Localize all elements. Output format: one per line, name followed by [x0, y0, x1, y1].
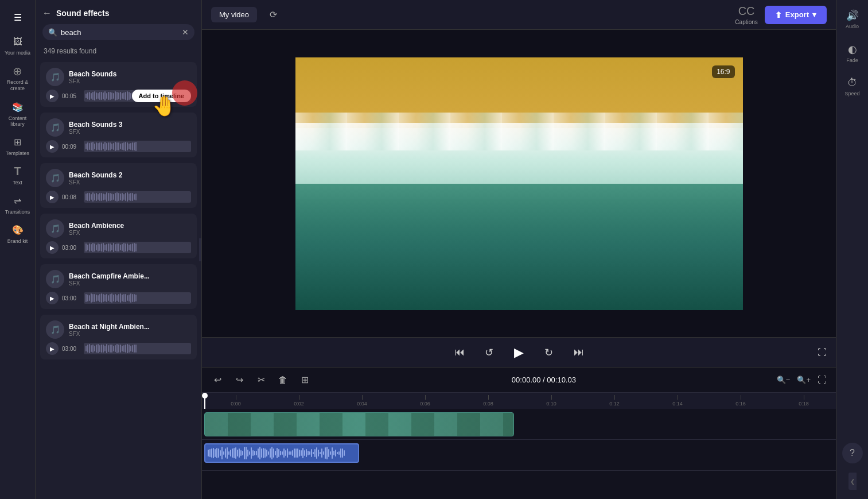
sound-item: 🎵 Beach Sounds 3 SFX ▶ 00:09 [40, 113, 197, 157]
sound-info: Beach at Night Ambien... SFX [69, 323, 191, 337]
play-button[interactable]: ▶ [46, 90, 59, 102]
undo-button[interactable]: ↩ [209, 372, 226, 389]
video-frame: 16:9 [295, 57, 743, 310]
captions-button[interactable]: CC Captions [735, 5, 757, 25]
sidebar-item-your-media[interactable]: 🖼 Your media [2, 32, 34, 59]
sound-item: 🎵 Beach Sounds SFX ▶ 00:05 🤚 Add to time… [40, 62, 197, 107]
help-button[interactable]: ? [842, 443, 863, 463]
play-pause-button[interactable]: ▶ [509, 342, 530, 363]
ruler-marks: 0:00 0:02 0:04 0:06 0:08 0:10 0:12 0:14 … [204, 395, 835, 407]
text-icon: T [11, 165, 24, 178]
ruler-mark: 0:10 [520, 395, 583, 407]
clear-search-button[interactable]: ✕ [182, 28, 189, 37]
sidebar-item-label: Your media [5, 50, 30, 56]
sound-name: Beach Campfire Ambie... [69, 272, 191, 280]
play-button[interactable]: ▶ [46, 241, 59, 254]
delete-button[interactable]: 🗑 [274, 372, 291, 389]
brand-kit-icon: 🎨 [11, 224, 24, 237]
timeline-ruler: 0:00 0:02 0:04 0:06 0:08 0:10 0:12 0:14 … [202, 393, 836, 409]
refresh-button[interactable]: ⟳ [264, 6, 282, 24]
waveform-bars [84, 343, 191, 354]
play-button[interactable]: ▶ [46, 140, 59, 153]
wave-foam [295, 113, 743, 150]
sound-controls: ▶ 00:09 [46, 140, 191, 153]
sidebar-item-label: Record &create [7, 79, 29, 92]
fullscreen-button[interactable]: ⛶ [818, 347, 827, 358]
search-input[interactable] [61, 28, 178, 37]
fast-forward-button[interactable]: ↻ [539, 342, 559, 363]
waveform [84, 191, 191, 203]
audio-clip[interactable] [204, 443, 359, 463]
sidebar-item-text[interactable]: T Text [2, 162, 34, 189]
add-media-button[interactable]: ⊞ [296, 372, 313, 389]
rewind-button[interactable]: ↺ [479, 342, 500, 363]
sidebar-item-record-create[interactable]: ⊕ Record &create [2, 61, 34, 95]
fade-panel-item[interactable]: ◐ Fade [838, 38, 867, 68]
sound-item: 🎵 Beach Campfire Ambie... SFX ▶ 03:00 [40, 264, 197, 309]
video-preview-area: 16:9 [202, 30, 836, 337]
sidebar-item-label: Transitions [5, 209, 30, 215]
cut-button[interactable]: ✂ [252, 372, 270, 389]
zoom-in-button[interactable]: 🔍+ [795, 373, 813, 386]
sound-item: 🎵 Beach at Night Ambien... SFX ▶ 03:00 [40, 315, 197, 359]
results-count: 349 results found [36, 45, 201, 60]
play-button[interactable]: ▶ [46, 292, 59, 304]
sidebar-item-brand-kit[interactable]: 🎨 Brand kit [2, 221, 34, 247]
content-library-icon: 📚 [11, 101, 24, 114]
my-video-tab[interactable]: My video [211, 7, 257, 22]
sound-controls: ▶ 03:00 [46, 241, 191, 254]
timeline-tracks [202, 409, 836, 499]
ruler-mark: 0:18 [772, 395, 835, 407]
play-button[interactable]: ▶ [46, 342, 59, 355]
sidebar-item-label: Brand kit [7, 238, 28, 244]
ruler-mark: 0:04 [330, 395, 394, 407]
sidebar-item-content-library[interactable]: 📚 Content library [2, 98, 34, 130]
sound-icon: 🎵 [46, 169, 64, 187]
hamburger-menu[interactable]: ☰ [0, 5, 36, 30]
skip-to-start-button[interactable]: ⏮ [449, 342, 470, 363]
export-icon: ⬆ [775, 10, 782, 20]
hamburger-icon: ☰ [14, 12, 22, 23]
waveform [84, 343, 191, 354]
skip-to-end-button[interactable]: ⏭ [569, 342, 589, 363]
audio-track [202, 440, 836, 471]
sound-item: 🎵 Beach Sounds 2 SFX ▶ 00:08 [40, 163, 197, 208]
speed-panel-item[interactable]: ⏱ Speed [838, 72, 867, 101]
sound-item-header: 🎵 Beach Campfire Ambie... SFX [46, 270, 191, 288]
waveform-bars [84, 242, 191, 253]
sidebar-item-transitions[interactable]: ⇌ Transitions [2, 191, 34, 218]
play-button[interactable]: ▶ [46, 191, 59, 203]
main-content: My video ⟳ CC Captions ⬆ Export ▾ 16:9 [202, 0, 836, 499]
sound-type: SFX [69, 179, 191, 185]
cursor-hand-icon: 🤚 [152, 94, 176, 117]
sidebar-item-templates[interactable]: ⊞ Templates [2, 133, 34, 160]
zoom-out-button[interactable]: 🔍− [774, 373, 793, 386]
sound-item-header: 🎵 Beach Ambience SFX [46, 219, 191, 238]
sound-name: Beach Sounds 3 [69, 121, 191, 129]
audio-icon: 🔊 [846, 9, 859, 22]
export-dropdown-icon: ▾ [812, 10, 816, 19]
sound-icon: 🎵 [46, 270, 64, 288]
ruler-mark: 0:06 [394, 395, 457, 407]
your-media-icon: 🖼 [11, 36, 24, 48]
export-button[interactable]: ⬆ Export ▾ [765, 6, 827, 24]
help-icon: ? [850, 448, 855, 458]
total-time: 00:10.03 [547, 376, 576, 384]
audio-panel-item[interactable]: 🔊 Audio [838, 5, 867, 34]
fade-label: Fade [846, 57, 858, 63]
redo-button[interactable]: ↪ [231, 372, 248, 389]
sidebar: ☰ 🖼 Your media ⊕ Record &create 📚 Conten… [0, 0, 36, 499]
playhead-marker [202, 393, 208, 399]
panel-header: ← Sound effects [36, 0, 201, 24]
audio-label: Audio [846, 24, 859, 29]
video-clip[interactable] [204, 412, 514, 436]
back-button[interactable]: ← [42, 8, 52, 18]
expand-timeline-button[interactable]: ⛶ [815, 373, 829, 388]
collapse-right-panel-button[interactable]: ❮ [848, 473, 857, 490]
video-background [295, 57, 743, 310]
sound-type: SFX [69, 230, 191, 236]
sound-controls: ▶ 03:00 [46, 292, 191, 304]
zoom-controls: 🔍− 🔍+ ⛶ [774, 373, 829, 388]
sound-info: Beach Sounds 3 SFX [69, 121, 191, 135]
video-track [202, 409, 836, 440]
